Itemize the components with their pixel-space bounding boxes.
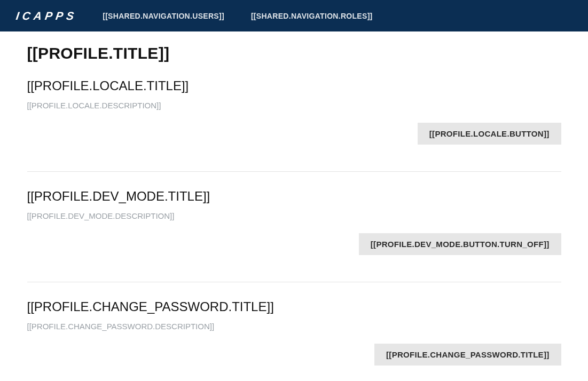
section-locale-description: [[PROFILE.LOCALE.DESCRIPTION]]	[27, 101, 561, 110]
divider	[27, 171, 561, 172]
section-change-password: [[PROFILE.CHANGE_PASSWORD.TITLE]] [[PROF…	[27, 299, 561, 377]
section-change-password-description: [[PROFILE.CHANGE_PASSWORD.DESCRIPTION]]	[27, 322, 561, 331]
divider	[27, 282, 561, 282]
locale-button[interactable]: [[PROFILE.LOCALE.BUTTON]]	[418, 123, 561, 145]
page-title: [[PROFILE.TITLE]]	[27, 44, 561, 62]
section-locale: [[PROFILE.LOCALE.TITLE]] [[PROFILE.LOCAL…	[27, 78, 561, 156]
nav-link-roles[interactable]: [[SHARED.NAVIGATION.ROLES]]	[251, 12, 373, 20]
section-dev-mode: [[PROFILE.DEV_MODE.TITLE]] [[PROFILE.DEV…	[27, 189, 561, 267]
dev-mode-button[interactable]: [[PROFILE.DEV_MODE.BUTTON.TURN_OFF]]	[359, 233, 561, 255]
top-navbar: ICAPPS [[SHARED.NAVIGATION.USERS]] [[SHA…	[0, 0, 588, 31]
change-password-button[interactable]: [[PROFILE.CHANGE_PASSWORD.TITLE]]	[374, 344, 561, 366]
section-dev-mode-description: [[PROFILE.DEV_MODE.DESCRIPTION]]	[27, 211, 561, 220]
section-dev-mode-title: [[PROFILE.DEV_MODE.TITLE]]	[27, 189, 561, 204]
section-dev-mode-button-row: [[PROFILE.DEV_MODE.BUTTON.TURN_OFF]]	[27, 233, 561, 255]
section-change-password-button-row: [[PROFILE.CHANGE_PASSWORD.TITLE]]	[27, 344, 561, 366]
main-container: [[PROFILE.TITLE]] [[PROFILE.LOCALE.TITLE…	[27, 31, 561, 381]
section-locale-title: [[PROFILE.LOCALE.TITLE]]	[27, 78, 561, 93]
section-change-password-title: [[PROFILE.CHANGE_PASSWORD.TITLE]]	[27, 299, 561, 314]
nav-link-users[interactable]: [[SHARED.NAVIGATION.USERS]]	[103, 12, 224, 20]
logo: ICAPPS	[15, 10, 78, 22]
section-locale-button-row: [[PROFILE.LOCALE.BUTTON]]	[27, 123, 561, 145]
